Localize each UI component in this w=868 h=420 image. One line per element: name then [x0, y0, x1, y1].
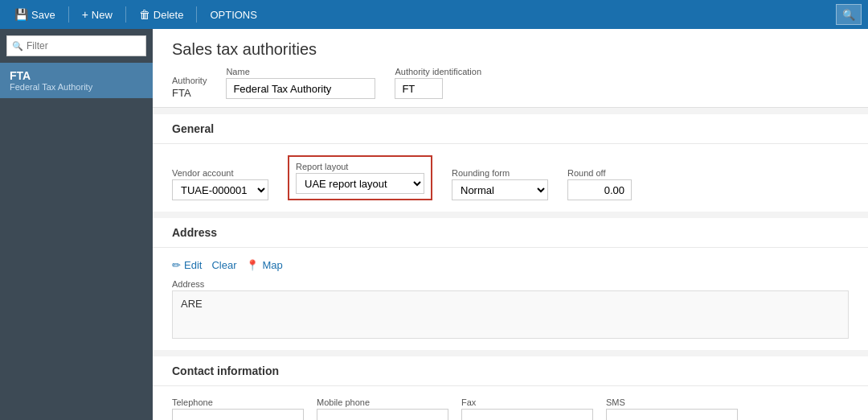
telephone-label: Telephone — [172, 397, 304, 407]
authority-id-input[interactable] — [395, 78, 443, 99]
map-address-button[interactable]: 📍 Map — [246, 259, 282, 271]
report-layout-label: Report layout — [296, 162, 424, 171]
fax-field: Fax — [461, 397, 593, 420]
name-label: Name — [226, 67, 375, 76]
address-actions: ✏ Edit Clear 📍 Map — [172, 259, 849, 271]
sidebar-item-name: Federal Tax Authority — [10, 82, 143, 92]
sms-input[interactable] — [606, 409, 738, 420]
delete-button[interactable]: 🗑 Delete — [131, 3, 192, 26]
toolbar: 💾 Save + New 🗑 Delete OPTIONS 🔍 — [0, 0, 868, 29]
clear-address-button[interactable]: Clear — [211, 259, 236, 271]
vendor-account-select[interactable]: TUAE-000001 — [172, 179, 268, 200]
rounding-form-select[interactable]: Normal — [452, 179, 548, 200]
name-input[interactable] — [226, 78, 375, 99]
authority-label: Authority — [172, 76, 207, 85]
general-section-body: Vendor account TUAE-000001 Report layout… — [153, 144, 868, 212]
report-layout-select[interactable]: UAE report layout — [296, 173, 424, 194]
round-off-label: Round off — [567, 168, 632, 178]
toolbar-separator — [68, 6, 69, 23]
telephone-input[interactable] — [172, 409, 304, 420]
fax-input[interactable] — [461, 409, 593, 420]
new-button[interactable]: + New — [74, 3, 121, 26]
search-icon: 🔍 — [842, 9, 855, 21]
name-field-group: Name — [226, 67, 375, 99]
authority-value: FTA — [172, 87, 207, 99]
address-display-group: Address ARE — [172, 279, 849, 339]
address-label: Address — [172, 279, 849, 289]
clear-label: Clear — [211, 259, 236, 271]
page-title: Sales tax authorities — [172, 40, 849, 59]
filter-input[interactable] — [27, 40, 141, 51]
rounding-form-group: Rounding form Normal — [452, 168, 548, 200]
mobile-phone-field: Mobile phone — [317, 397, 448, 420]
contact-section-title: Contact information — [153, 356, 868, 386]
telephone-field: Telephone — [172, 397, 304, 420]
edit-icon: ✏ — [172, 259, 181, 271]
sms-field: SMS — [606, 397, 738, 420]
contact-section-body: Telephone Mobile phone Fax SMS — [153, 386, 868, 420]
vendor-account-group: Vendor account TUAE-000001 — [172, 168, 268, 200]
contact-section: Contact information Telephone Mobile pho… — [153, 356, 868, 420]
general-fields-row: Vendor account TUAE-000001 Report layout… — [172, 155, 849, 200]
edit-label: Edit — [184, 259, 202, 271]
round-off-input[interactable] — [567, 179, 632, 200]
address-section: Address ✏ Edit Clear 📍 Map Ad — [153, 218, 868, 350]
new-label: New — [92, 9, 113, 21]
save-icon: 💾 — [14, 8, 28, 21]
sms-label: SMS — [606, 397, 738, 407]
main-content: Sales tax authorities Authority FTA Name… — [153, 29, 868, 420]
address-section-title: Address — [153, 218, 868, 248]
mobile-phone-label: Mobile phone — [317, 397, 448, 407]
toolbar-separator-2 — [125, 6, 126, 23]
authority-id-label: Authority identification — [395, 67, 481, 76]
options-button[interactable]: OPTIONS — [202, 3, 265, 26]
toolbar-separator-3 — [196, 6, 197, 23]
delete-label: Delete — [154, 9, 184, 21]
sidebar-filter-box: 🔍 — [6, 35, 146, 56]
filter-icon: 🔍 — [12, 41, 23, 51]
save-label: Save — [31, 9, 55, 21]
general-section: General Vendor account TUAE-000001 Repor… — [153, 114, 868, 212]
new-icon: + — [82, 8, 88, 21]
fax-label: Fax — [461, 397, 593, 407]
address-value: ARE — [181, 298, 203, 310]
general-section-title: General — [153, 114, 868, 144]
search-button[interactable]: 🔍 — [836, 4, 862, 25]
authority-id-field-group: Authority identification — [395, 67, 481, 99]
round-off-group: Round off — [567, 168, 632, 200]
save-button[interactable]: 💾 Save — [6, 3, 63, 26]
contact-fields-row-1: Telephone Mobile phone Fax SMS — [172, 397, 849, 420]
address-box: ARE — [172, 290, 849, 339]
page-header: Sales tax authorities Authority FTA Name… — [153, 29, 868, 108]
mobile-phone-input[interactable] — [317, 409, 448, 420]
vendor-account-label: Vendor account — [172, 168, 268, 178]
address-section-body: ✏ Edit Clear 📍 Map Address ARE — [153, 248, 868, 350]
header-fields-row: Authority FTA Name Authority identificat… — [172, 67, 849, 99]
report-layout-group: Report layout UAE report layout — [288, 155, 432, 200]
map-icon: 📍 — [246, 259, 259, 271]
main-layout: 🔍 FTA Federal Tax Authority Sales tax au… — [0, 29, 868, 420]
rounding-form-label: Rounding form — [452, 168, 548, 178]
sidebar-item-fta[interactable]: FTA Federal Tax Authority — [0, 63, 153, 98]
sidebar: 🔍 FTA Federal Tax Authority — [0, 29, 153, 420]
options-label: OPTIONS — [210, 9, 257, 21]
authority-field-group: Authority FTA — [172, 76, 207, 99]
sidebar-item-code: FTA — [10, 69, 143, 82]
edit-address-button[interactable]: ✏ Edit — [172, 259, 202, 271]
map-label: Map — [262, 259, 282, 271]
delete-icon: 🗑 — [139, 8, 150, 21]
